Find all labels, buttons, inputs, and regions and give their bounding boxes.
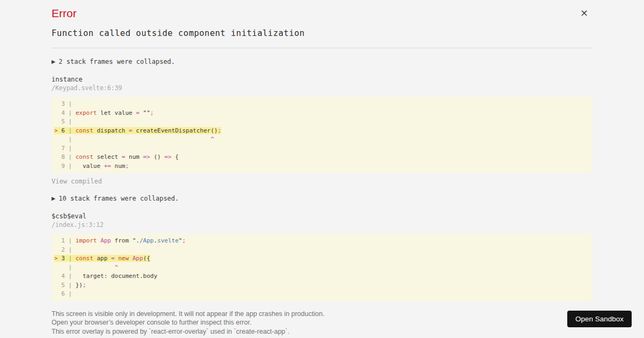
close-icon[interactable]: × [580, 8, 588, 18]
stack-frame-location: /Keypad.svelte:6:39 [52, 84, 592, 92]
divider [52, 48, 592, 48]
collapsed-frames-toggle[interactable]: ▶2 stack frames were collapsed. [52, 58, 592, 66]
view-compiled-link[interactable]: View compiled [52, 178, 102, 186]
footer: This screen is visible only in developme… [52, 310, 592, 336]
code-line: 5 | }); [54, 281, 592, 290]
code-line: 7 | [54, 144, 592, 153]
code-line: 1 | import App from "./App.svelte"; [54, 237, 592, 246]
error-message: Function called outside component initia… [52, 28, 592, 39]
code-line: > 3 | const app = new App({ [54, 254, 592, 263]
code-line: 4 | export let value = ""; [54, 109, 592, 118]
error-overlay: × Error Function called outside componen… [52, 0, 592, 336]
stack-frame-function: $csb$eval [52, 212, 592, 221]
collapsed-frames-toggle[interactable]: ▶10 stack frames were collapsed. [52, 195, 592, 203]
expand-arrow-icon: ▶ [52, 57, 55, 65]
stack-frame-location: /index.js:3:12 [52, 221, 592, 229]
code-line: 3 | [54, 100, 592, 109]
footer-note: Open your browser’s developer console to… [52, 318, 592, 327]
collapsed-frames-label: 2 stack frames were collapsed. [58, 58, 175, 65]
footer-note: This error overlay is powered by `react-… [52, 327, 592, 336]
code-frame: 1 | import App from "./App.svelte"; 2 | … [52, 234, 592, 302]
code-line: 5 | [54, 117, 592, 127]
collapsed-frames-label: 10 stack frames were collapsed. [58, 195, 179, 202]
code-line: 4 | target: document.body [54, 272, 592, 281]
code-line: | ^ [54, 263, 592, 273]
open-sandbox-button[interactable]: Open Sandbox [567, 311, 632, 327]
expand-arrow-icon: ▶ [52, 194, 55, 202]
code-frame: 3 | 4 | export let value = ""; 5 | > 6 |… [52, 97, 592, 173]
code-line: > 6 | const dispatch = createEventDispat… [54, 127, 592, 136]
code-line: 6 | [54, 290, 592, 299]
code-line: | ^ [54, 135, 592, 144]
code-line: 8 | const select = num => () => { [54, 153, 592, 162]
error-overlay-page: { "colors": { "page_background": "#f4f4f… [0, 0, 644, 338]
code-line: 9 | value += num; [54, 162, 592, 171]
footer-note: This screen is visible only in developme… [52, 310, 592, 319]
error-title: Error [52, 7, 592, 20]
code-line: 2 | [54, 246, 592, 255]
stack-frame-function: instance [52, 76, 592, 84]
